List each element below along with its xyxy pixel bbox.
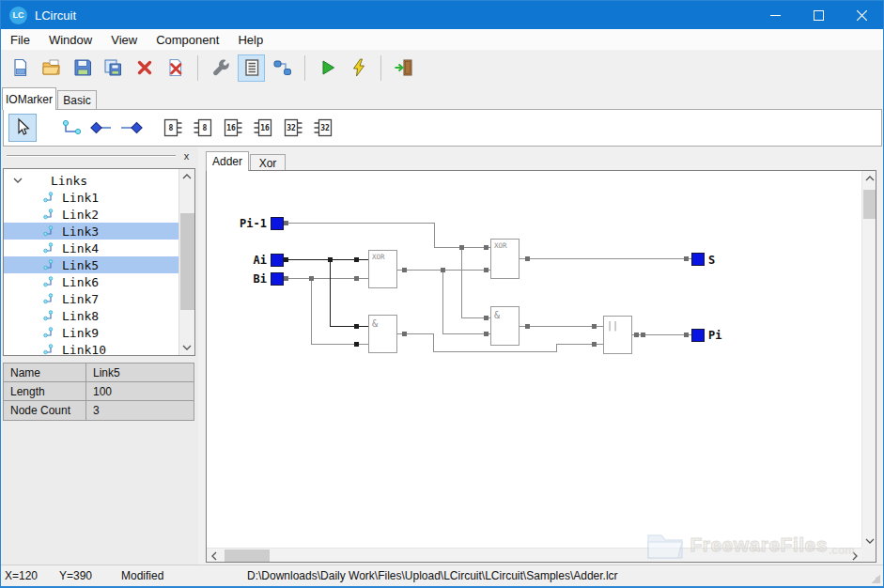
tree-item-label: Link10	[62, 343, 106, 357]
panel-drag-grip[interactable]	[7, 155, 176, 157]
tree-item-label: Link7	[62, 292, 99, 306]
schematic-canvas[interactable]: XOR & XOR & ||	[206, 170, 876, 563]
delete-icon	[136, 59, 153, 76]
delete-file-icon	[166, 58, 185, 77]
tree-item-link1[interactable]: Link1	[4, 189, 179, 206]
canvas-scroll-down-button[interactable]	[862, 534, 876, 548]
run-button[interactable]	[314, 54, 341, 82]
canvas-scroll-right-button[interactable]	[847, 549, 861, 563]
delete-button[interactable]	[131, 54, 158, 82]
canvas-scroll-up-button[interactable]	[862, 171, 876, 185]
save-all-button[interactable]	[100, 54, 127, 82]
simulate-button[interactable]	[345, 54, 372, 82]
app-window: LC LCircuit File Window View Component H…	[0, 0, 884, 588]
menu-item-file[interactable]: File	[1, 29, 39, 50]
tree-scroll-down-button[interactable]	[179, 340, 194, 355]
tree-item-link3[interactable]: Link3	[4, 223, 179, 240]
wire-icon	[60, 116, 83, 139]
and1-label: &	[372, 318, 378, 329]
property-table: Name Link5 Length 100 Node Count 3	[3, 363, 194, 421]
wire-set-black[interactable]	[284, 259, 368, 326]
canvas-vertical-scrollbar[interactable]	[861, 171, 876, 548]
wrench-icon	[211, 58, 230, 77]
tree-item-link5[interactable]: Link5	[4, 256, 179, 273]
property-value[interactable]: 3	[86, 401, 100, 420]
save-button[interactable]	[69, 54, 96, 82]
property-value[interactable]: Link5	[86, 364, 120, 381]
tree-scroll-thumb[interactable]	[180, 213, 194, 310]
tree-item-link9[interactable]: Link9	[4, 324, 179, 341]
input-marker-icon	[89, 116, 114, 139]
minimize-button[interactable]	[753, 1, 797, 29]
chevron-up-icon	[182, 174, 192, 179]
tree-item-link8[interactable]: Link8	[4, 307, 179, 324]
marker-label-ai: Ai	[254, 254, 267, 267]
maximize-button[interactable]	[797, 1, 840, 29]
palette-tab-iomarker[interactable]: IOMarker	[2, 87, 56, 110]
bus-16-in-icon: 16	[251, 116, 275, 140]
output-marker-tool-button[interactable]	[117, 114, 146, 142]
bus-16-out-tool-button[interactable]: 16	[219, 114, 247, 142]
document-tab-xor[interactable]: Xor	[250, 154, 286, 171]
property-row-name: Name Link5	[4, 364, 194, 382]
bus-32-out-tool-button[interactable]: 32	[279, 114, 307, 142]
toolbar-separator	[304, 55, 305, 81]
marker-pi[interactable]	[691, 329, 704, 341]
tree-item-link7[interactable]: Link7	[4, 290, 179, 307]
wire-junctions-dark	[284, 257, 359, 347]
cursor-icon	[11, 116, 34, 139]
canvas-horizontal-scrollbar[interactable]	[207, 548, 861, 562]
tree-item-link2[interactable]: Link2	[4, 206, 179, 223]
new-file-button[interactable]	[7, 54, 34, 82]
input-marker-tool-button[interactable]	[87, 114, 116, 142]
marker-s[interactable]	[691, 253, 704, 265]
marker-label-pi: Pi	[708, 329, 721, 342]
property-row-node-count: Node Count 3	[4, 401, 194, 420]
chevron-right-icon	[852, 551, 858, 561]
resize-grip[interactable]	[871, 574, 880, 583]
circuit-drawing[interactable]: XOR & XOR & ||	[207, 171, 861, 548]
delete-file-button[interactable]	[162, 54, 189, 82]
property-value[interactable]: 100	[86, 382, 112, 400]
palette-tab-basic[interactable]: Basic	[57, 90, 97, 110]
document-tab-adder[interactable]: Adder	[206, 151, 249, 171]
open-file-button[interactable]	[38, 54, 65, 82]
tree-root-label: Links	[51, 174, 87, 188]
menu-item-help[interactable]: Help	[228, 29, 272, 50]
marker-ai[interactable]	[271, 254, 283, 266]
tree-item-link4[interactable]: Link4	[4, 240, 179, 256]
save-all-icon	[103, 58, 123, 77]
or1-label: ||	[607, 320, 618, 332]
tree-scrollbar[interactable]	[178, 169, 194, 355]
component-list-button[interactable]	[238, 54, 265, 82]
canvas-vscroll-thumb[interactable]	[863, 190, 876, 219]
exit-button[interactable]	[390, 54, 417, 82]
wire-tool-button[interactable]	[57, 114, 85, 142]
toolbar-separator	[380, 55, 381, 81]
tree-item-link6[interactable]: Link6	[4, 273, 179, 290]
panel-close-button[interactable]: x	[179, 148, 194, 162]
palette-tab-label: IOMarker	[6, 93, 53, 106]
minimize-icon	[770, 10, 781, 21]
close-button[interactable]	[840, 1, 883, 29]
bus-8-in-tool-button[interactable]: 8	[189, 114, 217, 142]
bus-16-in-tool-button[interactable]: 16	[249, 114, 277, 142]
tools-button[interactable]	[207, 54, 234, 82]
marker-bi[interactable]	[271, 272, 283, 285]
canvas-hscroll-thumb[interactable]	[225, 549, 270, 562]
bus-8-out-tool-button[interactable]: 8	[159, 114, 187, 142]
canvas-scroll-left-button[interactable]	[207, 549, 221, 563]
links-button[interactable]	[269, 54, 296, 82]
menu-item-window[interactable]: Window	[39, 29, 101, 50]
tree-item-link10[interactable]: Link10	[4, 341, 179, 356]
select-tool-button[interactable]	[8, 114, 37, 142]
tree-scroll-up-button[interactable]	[179, 169, 194, 184]
menu-item-view[interactable]: View	[101, 29, 147, 50]
tree-root-links[interactable]: Links	[4, 172, 179, 189]
tree-item-label: Link2	[62, 208, 99, 222]
bus-label: 16	[226, 124, 236, 132]
menu-item-component[interactable]: Component	[147, 29, 228, 50]
maximize-icon	[814, 10, 824, 21]
bus-32-in-tool-button[interactable]: 32	[309, 114, 337, 142]
marker-pi-prev[interactable]	[271, 217, 283, 229]
